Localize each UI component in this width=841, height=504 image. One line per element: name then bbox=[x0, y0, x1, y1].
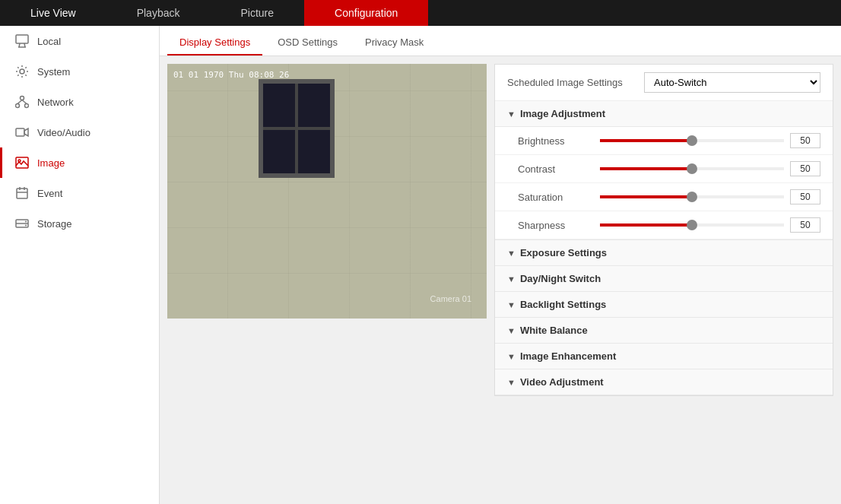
svg-line-9 bbox=[22, 100, 27, 104]
section-label-image-adjustment: Image Adjustment bbox=[520, 108, 605, 119]
svg-point-5 bbox=[21, 97, 24, 100]
sidebar-item-image[interactable]: Image bbox=[0, 147, 159, 178]
nav-picture[interactable]: Picture bbox=[210, 0, 304, 26]
window-bar-horizontal bbox=[263, 127, 330, 130]
sidebar-item-system[interactable]: System bbox=[0, 56, 159, 87]
chevron-down-icon-white-balance: ▼ bbox=[507, 326, 516, 335]
slider-track-sharpness[interactable] bbox=[600, 223, 784, 227]
slider-track-brightness[interactable] bbox=[600, 139, 784, 142]
sidebar-label-image: Image bbox=[37, 157, 65, 169]
settings-panel: Scheduled Image Settings Auto-Switch Sch… bbox=[494, 64, 833, 396]
chevron-down-icon-enhancement: ▼ bbox=[507, 352, 516, 361]
camera-timestamp: 01 01 1970 Thu 08:08 26 bbox=[173, 70, 289, 80]
scheduled-label: Scheduled Image Settings bbox=[507, 77, 644, 88]
top-nav: Live View Playback Picture Configuration bbox=[0, 0, 841, 26]
section-image-enhancement[interactable]: ▼ Image Enhancement bbox=[495, 344, 833, 369]
section-label-white-balance: White Balance bbox=[520, 325, 588, 336]
section-label-video-adjustment: Video Adjustment bbox=[520, 376, 604, 388]
slider-row-sharpness: Sharpness bbox=[495, 211, 833, 239]
slider-track-saturation[interactable] bbox=[600, 195, 784, 198]
section-label-backlight: Backlight Settings bbox=[520, 299, 606, 310]
svg-point-21 bbox=[25, 225, 27, 227]
sidebar-item-local[interactable]: Local bbox=[0, 26, 159, 56]
chevron-down-icon-video-adj: ▼ bbox=[507, 378, 516, 387]
svg-point-7 bbox=[25, 104, 29, 108]
nav-live-view[interactable]: Live View bbox=[0, 0, 106, 26]
svg-point-6 bbox=[16, 104, 20, 108]
camera-watermark: Camera 01 bbox=[430, 294, 471, 303]
sidebar-item-event[interactable]: Event bbox=[0, 178, 159, 208]
camera-scene bbox=[167, 64, 487, 319]
slider-thumb-sharpness[interactable] bbox=[687, 220, 697, 230]
sidebar-label-storage: Storage bbox=[37, 218, 72, 230]
slider-value-sharpness[interactable] bbox=[790, 217, 820, 233]
slider-fill-contrast bbox=[600, 167, 692, 170]
section-day-night-switch[interactable]: ▼ Day/Night Switch bbox=[495, 266, 833, 292]
scheduled-select[interactable]: Auto-Switch Scheduled Always Day Always … bbox=[644, 72, 820, 93]
svg-rect-0 bbox=[16, 35, 28, 43]
slider-row-saturation: Saturation bbox=[495, 183, 833, 211]
monitor-icon bbox=[14, 33, 30, 49]
sidebar-label-network: Network bbox=[37, 97, 74, 108]
sidebar-item-storage[interactable]: Storage bbox=[0, 208, 159, 239]
video-icon bbox=[14, 125, 30, 140]
section-label-daynight: Day/Night Switch bbox=[520, 273, 601, 284]
sidebar-label-event: Event bbox=[37, 188, 62, 199]
slider-label-saturation: Saturation bbox=[518, 192, 594, 203]
tab-osd-settings[interactable]: OSD Settings bbox=[265, 30, 350, 55]
slider-value-saturation[interactable] bbox=[790, 189, 820, 204]
tab-display-settings[interactable]: Display Settings bbox=[167, 30, 262, 55]
sidebar-item-network[interactable]: Network bbox=[0, 87, 159, 117]
section-video-adjustment[interactable]: ▼ Video Adjustment bbox=[495, 369, 833, 395]
slider-label-sharpness: Sharpness bbox=[518, 220, 594, 231]
slider-row-contrast: Contrast bbox=[495, 155, 833, 183]
system-icon bbox=[14, 64, 30, 79]
slider-fill-sharpness bbox=[600, 223, 692, 227]
sidebar-label-video-audio: Video/Audio bbox=[37, 127, 90, 138]
camera-preview: 01 01 1970 Thu 08:08 26 Camera 01 bbox=[167, 64, 487, 396]
slider-thumb-contrast[interactable] bbox=[687, 163, 697, 174]
slider-value-contrast[interactable] bbox=[790, 161, 820, 176]
slider-value-brightness[interactable] bbox=[790, 133, 820, 148]
sidebar-label-local: Local bbox=[37, 36, 61, 47]
content-area: Display Settings OSD Settings Privacy Ma… bbox=[160, 26, 841, 504]
section-white-balance[interactable]: ▼ White Balance bbox=[495, 318, 833, 344]
svg-rect-10 bbox=[16, 128, 24, 136]
sidebar: Local System Network bbox=[0, 26, 160, 504]
slider-thumb-saturation[interactable] bbox=[687, 192, 697, 202]
main-layout: Local System Network bbox=[0, 26, 841, 504]
chevron-down-icon: ▼ bbox=[507, 109, 516, 119]
section-image-adjustment[interactable]: ▼ Image Adjustment bbox=[495, 101, 833, 127]
nav-playback[interactable]: Playback bbox=[106, 0, 211, 26]
event-icon bbox=[14, 185, 30, 201]
tab-privacy-mask[interactable]: Privacy Mask bbox=[353, 30, 436, 55]
chevron-down-icon-exposure: ▼ bbox=[507, 249, 516, 258]
network-icon bbox=[14, 94, 30, 109]
section-label-enhancement: Image Enhancement bbox=[520, 350, 616, 362]
scheduled-row: Scheduled Image Settings Auto-Switch Sch… bbox=[495, 65, 833, 101]
section-label-exposure: Exposure Settings bbox=[520, 247, 607, 258]
tabs-bar: Display Settings OSD Settings Privacy Ma… bbox=[160, 26, 841, 56]
content-body: 01 01 1970 Thu 08:08 26 Camera 01 Schedu… bbox=[160, 56, 841, 404]
chevron-down-icon-backlight: ▼ bbox=[507, 300, 516, 309]
svg-line-8 bbox=[17, 100, 22, 104]
section-content-image-adjustment: Brightness Contrast bbox=[495, 127, 833, 240]
svg-rect-14 bbox=[17, 189, 27, 198]
chevron-down-icon-daynight: ▼ bbox=[507, 274, 516, 284]
slider-label-contrast: Contrast bbox=[518, 163, 594, 175]
camera-feed: 01 01 1970 Thu 08:08 26 Camera 01 bbox=[167, 64, 487, 319]
scene-window bbox=[259, 79, 335, 178]
section-backlight-settings[interactable]: ▼ Backlight Settings bbox=[495, 292, 833, 318]
nav-configuration[interactable]: Configuration bbox=[304, 0, 428, 26]
image-icon bbox=[14, 155, 30, 170]
slider-row-brightness: Brightness bbox=[495, 127, 833, 155]
svg-point-4 bbox=[20, 69, 24, 74]
slider-fill-brightness bbox=[600, 139, 692, 142]
slider-label-brightness: Brightness bbox=[518, 135, 594, 147]
slider-track-contrast[interactable] bbox=[600, 167, 784, 170]
slider-thumb-brightness[interactable] bbox=[687, 135, 697, 146]
storage-icon bbox=[14, 216, 30, 231]
section-exposure-settings[interactable]: ▼ Exposure Settings bbox=[495, 240, 833, 266]
sidebar-item-video-audio[interactable]: Video/Audio bbox=[0, 117, 159, 147]
sidebar-label-system: System bbox=[37, 66, 70, 78]
